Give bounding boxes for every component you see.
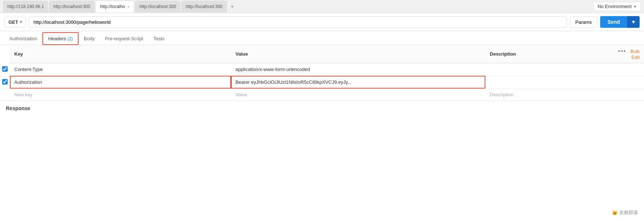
header-actions-cell [612,63,644,76]
actions-col-header: ••• Bulk Edit [612,45,644,63]
response-label: Response [6,105,30,111]
header-actions-cell [612,76,644,89]
new-description-placeholder: Description [490,92,514,97]
headers-table-container: Key Value Description ••• Bulk Edit Cont… [0,45,644,101]
new-header-row: New keyValueDescription [0,89,644,100]
new-value-cell: Value [231,89,485,100]
more-actions-button[interactable]: ••• [618,48,626,54]
request-tabs: AuthorizationHeaders (2)BodyPre-request … [0,31,644,45]
req-tab-headers[interactable]: Headers (2) [42,32,79,45]
header-description-cell [485,76,612,89]
checkbox-col-header [0,45,10,63]
header-key-cell: Authorization [10,76,231,89]
tab-tab2[interactable]: http://localhost:300 [49,1,95,12]
headers-table: Key Value Description ••• Bulk Edit Cont… [0,45,644,101]
table-row: Content-Typeapplication/x-www-form-urlen… [0,63,644,76]
row-checkbox-1[interactable] [2,79,8,85]
method-chevron-icon: ▾ [20,19,22,25]
new-key-placeholder: New key [14,92,33,97]
key-col-header: Key [10,45,231,63]
add-tab-button[interactable]: + [228,3,237,10]
url-input[interactable] [29,16,567,28]
new-description-cell: Description [485,89,612,100]
send-button-group: Send ▼ [600,16,640,28]
send-dropdown-button[interactable]: ▼ [627,16,640,28]
env-selector[interactable]: No Environment ▼ [594,2,641,11]
send-main-button[interactable]: Send [600,16,627,28]
url-bar: GET ▾ Params Send ▼ [0,13,644,31]
new-actions-cell [612,89,644,100]
req-tab-tests[interactable]: Tests [148,33,170,45]
value-col-header: Value [231,45,485,63]
req-tab-prerequest[interactable]: Pre-request Script [100,33,148,45]
tab-bar: http://118.190.96.1http://localhost:300h… [0,0,644,13]
tab-badge: (2) [68,36,73,41]
new-value-placeholder: Value [235,92,247,97]
table-row: AuthorizationBearer eyJhbGciOiJlUzl1Nils… [0,76,644,89]
description-col-header: Description [485,45,612,63]
row-checkbox-0[interactable] [2,66,8,72]
header-key-cell: Content-Type [10,63,231,76]
method-select[interactable]: GET ▾ [4,17,26,27]
tab-tab5[interactable]: http://localhost:300 [181,1,227,12]
chevron-down-icon: ▼ [633,4,637,9]
tab-close-icon[interactable]: × [127,4,129,9]
method-label: GET [8,19,18,25]
header-description-cell [485,63,612,76]
tab-tab3[interactable]: http://localho× [95,1,134,12]
bulk-edit-button[interactable]: Bulk Edit [630,49,640,60]
response-section: Response [0,101,644,116]
req-tab-body[interactable]: Body [79,33,100,45]
header-value-cell: Bearer eyJhbGciOiJlUzl1NilsInR5cCl6lkpXV… [231,76,485,89]
new-key-cell: New key [10,89,231,100]
req-tab-authorization[interactable]: Authorization [4,33,42,45]
tab-tab4[interactable]: http://localhost:300 [135,1,181,12]
params-button[interactable]: Params [570,16,597,28]
header-value-cell: application/x-www-form-urlencoded [231,63,485,76]
env-label: No Environment [598,4,632,9]
tab-tab1[interactable]: http://118.190.96.1 [3,1,48,12]
